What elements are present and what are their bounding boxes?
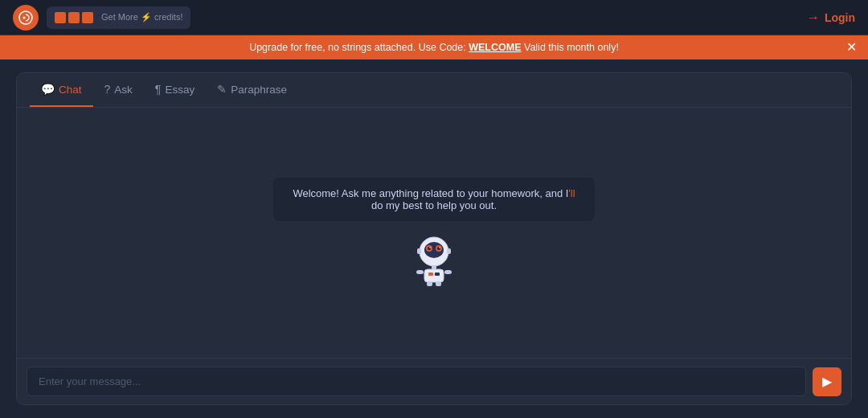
svg-rect-15 [435,273,440,276]
navbar-left: Get More ⚡ credits! [13,5,190,31]
svg-rect-14 [428,273,433,276]
svg-point-0 [19,11,32,24]
svg-rect-18 [427,281,432,286]
chat-tab-icon: 💬 [41,83,55,96]
svg-rect-12 [432,265,436,269]
message-input[interactable] [27,367,806,396]
robot-mascot [405,231,463,289]
navbar-right: → Login [807,10,855,25]
paraphrase-tab-icon: ✎ [217,83,227,96]
chat-tab-label: Chat [59,84,82,96]
chat-input-area: ▶ [17,358,851,404]
svg-rect-16 [416,270,424,274]
svg-point-9 [439,247,440,248]
promo-banner: Upgrade for free, no strings attached. U… [0,35,868,59]
credits-bar[interactable]: Get More ⚡ credits! [47,6,190,29]
svg-rect-13 [424,269,444,282]
svg-rect-10 [417,248,421,254]
promo-text: Upgrade for free, no strings attached. U… [249,42,619,53]
svg-rect-19 [436,281,441,286]
login-button[interactable]: Login [825,11,855,24]
tab-paraphrase[interactable]: ✎ Paraphrase [206,73,298,107]
logo-icon[interactable] [13,5,39,31]
welcome-highlight: 'll [568,187,575,199]
credits-bolt-icon: ⚡ [141,12,152,22]
chat-body: Welcome! Ask me anything related to your… [17,108,851,358]
tabs-bar: 💬 Chat ? Ask ¶ Essay ✎ Paraphrase [17,73,851,108]
credit-block-1 [55,12,66,23]
svg-point-8 [429,247,431,248]
svg-rect-17 [444,270,452,274]
credit-block-3 [82,12,93,23]
tab-chat[interactable]: 💬 Chat [30,73,93,107]
send-icon: ▶ [822,374,832,389]
login-icon: → [807,10,820,25]
navbar: Get More ⚡ credits! → Login [0,0,868,35]
welcome-message: Welcome! Ask me anything related to your… [273,178,595,221]
credits-blocks [55,12,93,23]
promo-close-button[interactable]: ✕ [846,41,857,54]
essay-tab-icon: ¶ [155,83,162,96]
essay-tab-label: Essay [165,84,194,96]
credits-text: Get More ⚡ credits! [101,12,182,23]
welcome-suffix: do my best to help you out. [371,199,497,211]
svg-rect-11 [447,248,451,254]
ask-tab-icon: ? [104,83,111,96]
welcome-text: Welcome! Ask me anything related to your… [293,187,568,199]
tab-essay[interactable]: ¶ Essay [144,73,206,107]
send-button[interactable]: ▶ [813,367,841,396]
ask-tab-label: Ask [114,84,133,96]
promo-code: WELCOME [469,42,521,53]
tab-ask[interactable]: ? Ask [93,73,144,107]
chat-card: 💬 Chat ? Ask ¶ Essay ✎ Paraphrase Welcom… [16,72,852,405]
main-content: 💬 Chat ? Ask ¶ Essay ✎ Paraphrase Welcom… [0,59,868,418]
paraphrase-tab-label: Paraphrase [231,84,287,96]
svg-point-1 [23,16,26,18]
credit-block-2 [68,12,80,23]
